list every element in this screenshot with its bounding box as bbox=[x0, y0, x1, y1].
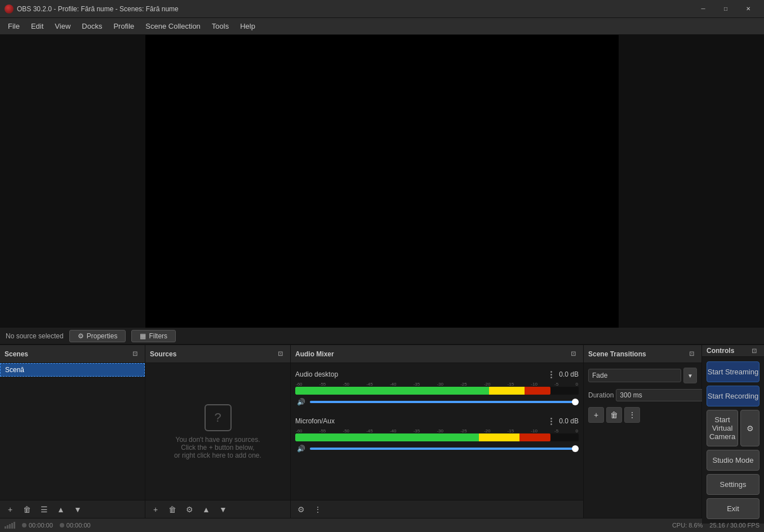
transition-menu-button[interactable]: ⋮ bbox=[624, 407, 640, 423]
cpu-usage: CPU: 8.6% bbox=[672, 522, 703, 529]
microphone-aux-scale: -60-55-50-45-40-35-30-25-20-15-10-50 bbox=[295, 428, 579, 433]
scenes-panel: Scenes ⊡ + 🗑 ☰ ▲ ▼ bbox=[0, 345, 145, 518]
window-controls: ─ □ ✕ bbox=[692, 0, 759, 18]
preview-left-strip bbox=[0, 35, 145, 328]
sources-toolbar: + 🗑 ⚙ ▲ ▼ bbox=[145, 500, 290, 518]
transition-dropdown-button[interactable]: ▼ bbox=[683, 368, 697, 383]
audio-desktop-name: Audio desktop bbox=[295, 370, 338, 378]
scenes-up-button[interactable]: ▲ bbox=[53, 502, 69, 517]
controls-content: Start Streaming Start Recording Start Vi… bbox=[702, 357, 764, 524]
rec-time-indicator: 00:00:00 bbox=[60, 522, 91, 529]
start-recording-button[interactable]: Start Recording bbox=[707, 386, 759, 406]
gear-icon: ⚙ bbox=[78, 332, 84, 340]
sources-settings-button[interactable]: ⚙ bbox=[181, 502, 197, 517]
audio-desktop-menu-button[interactable] bbox=[547, 369, 556, 380]
audio-desktop-volume-slider[interactable] bbox=[310, 401, 579, 403]
microphone-aux-menu-button[interactable] bbox=[547, 415, 556, 427]
scene-transitions-expand-button[interactable]: ⊡ bbox=[686, 348, 697, 360]
microphone-aux-db: 0.0 dB bbox=[559, 417, 579, 425]
audio-mixer-settings-button[interactable]: ⚙ bbox=[293, 502, 309, 517]
scenes-list bbox=[0, 363, 145, 500]
transition-select-row: Fade ▼ bbox=[588, 368, 697, 383]
properties-button[interactable]: ⚙ Properties bbox=[69, 330, 126, 342]
scene-item[interactable] bbox=[0, 363, 145, 377]
sources-remove-button[interactable]: 🗑 bbox=[165, 502, 180, 517]
sources-add-button[interactable]: + bbox=[148, 502, 163, 517]
microphone-aux-mute-button[interactable]: 🔊 bbox=[295, 443, 307, 454]
scenes-filter-button[interactable]: ☰ bbox=[36, 502, 52, 517]
app-icon bbox=[5, 5, 14, 14]
scenes-remove-button[interactable]: 🗑 bbox=[19, 502, 35, 517]
scene-transitions-panel: Scene Transitions ⊡ Fade ▼ Duration ▲ ▼ bbox=[584, 345, 702, 518]
start-streaming-button[interactable]: Start Streaming bbox=[707, 361, 759, 382]
virtual-camera-gear-icon: ⚙ bbox=[747, 424, 754, 433]
menu-profile[interactable]: Profile bbox=[108, 20, 140, 33]
filter-icon: ▦ bbox=[140, 332, 146, 340]
audio-desktop-channel: Audio desktop 0.0 dB -60-55-50-45-40-35-… bbox=[291, 366, 583, 410]
scenes-panel-title: Scenes bbox=[5, 350, 129, 358]
audio-desktop-scale: -60-55-50-45-40-35-30-25-20-15-10-50 bbox=[295, 382, 579, 387]
transition-remove-button[interactable]: 🗑 bbox=[606, 407, 622, 423]
menu-bar: File Edit View Docks Profile Scene Colle… bbox=[0, 18, 764, 35]
microphone-aux-channel: Microfon/Aux 0.0 dB -60-55-50-45-40-35-3… bbox=[291, 413, 583, 457]
menu-file[interactable]: File bbox=[2, 20, 25, 33]
audio-desktop-mute-button[interactable]: 🔊 bbox=[295, 396, 307, 408]
audio-mixer-expand-button[interactable]: ⊡ bbox=[567, 348, 579, 360]
audio-mixer-toolbar: ⚙ ⋮ bbox=[291, 500, 583, 518]
sources-down-button[interactable]: ▼ bbox=[215, 502, 231, 517]
sources-panel: Sources ⊡ ? You don't have any sources. … bbox=[145, 345, 291, 518]
fps-display: 25.16 / 30.00 FPS bbox=[709, 522, 759, 529]
controls-expand-button[interactable]: ⊡ bbox=[748, 345, 759, 356]
menu-docks[interactable]: Docks bbox=[76, 20, 108, 33]
menu-scene-collection[interactable]: Scene Collection bbox=[140, 20, 206, 33]
transition-add-button[interactable]: + bbox=[588, 407, 604, 423]
no-source-label: No source selected bbox=[6, 332, 64, 340]
title-text: OBS 30.2.0 - Profile: Fără nume - Scenes… bbox=[17, 5, 692, 13]
sources-panel-header: Sources ⊡ bbox=[145, 345, 290, 363]
scenes-expand-button[interactable]: ⊡ bbox=[129, 348, 140, 360]
maximize-button[interactable]: □ bbox=[714, 0, 737, 18]
audio-desktop-vu-meter bbox=[295, 387, 579, 395]
virtual-camera-settings-button[interactable]: ⚙ bbox=[740, 410, 759, 446]
controls-panel-header: Controls ⊡ bbox=[702, 345, 764, 357]
sources-empty-area[interactable]: ? You don't have any sources. Click the … bbox=[145, 363, 290, 500]
duration-input[interactable] bbox=[616, 389, 708, 401]
sources-up-button[interactable]: ▲ bbox=[198, 502, 214, 517]
menu-edit[interactable]: Edit bbox=[25, 20, 49, 33]
controls-panel-title: Controls bbox=[707, 347, 748, 355]
sources-expand-button[interactable]: ⊡ bbox=[274, 348, 286, 360]
studio-mode-button[interactable]: Studio Mode bbox=[707, 450, 759, 471]
scenes-down-button[interactable]: ▼ bbox=[70, 502, 86, 517]
signal-bars-icon bbox=[5, 522, 15, 529]
exit-button[interactable]: Exit bbox=[707, 498, 759, 519]
stream-time-indicator: 00:00:00 bbox=[22, 522, 53, 529]
microphone-aux-header: Microfon/Aux 0.0 dB bbox=[295, 415, 579, 427]
no-sources-text: You don't have any sources. Click the + … bbox=[174, 436, 261, 459]
scene-name-input[interactable] bbox=[5, 366, 140, 374]
status-bar: 00:00:00 00:00:00 CPU: 8.6% 25.16 / 30.0… bbox=[0, 518, 764, 532]
audio-mixer-panel-title: Audio Mixer bbox=[295, 350, 567, 358]
minimize-button[interactable]: ─ bbox=[692, 0, 714, 18]
sources-info-bar: No source selected ⚙ Properties ▦ Filter… bbox=[0, 328, 764, 345]
menu-tools[interactable]: Tools bbox=[206, 20, 234, 33]
stream-status-dot bbox=[22, 523, 26, 527]
transition-type-select[interactable]: Fade bbox=[588, 369, 681, 382]
microphone-aux-volume-slider[interactable] bbox=[310, 448, 579, 450]
filters-button[interactable]: ▦ Filters bbox=[131, 330, 176, 342]
audio-desktop-db: 0.0 dB bbox=[559, 370, 579, 378]
audio-mixer-menu-button[interactable]: ⋮ bbox=[310, 502, 326, 517]
duration-label: Duration bbox=[588, 391, 614, 399]
preview-area bbox=[145, 35, 619, 328]
scenes-add-button[interactable]: + bbox=[2, 502, 18, 517]
transition-actions: + 🗑 ⋮ bbox=[588, 407, 697, 423]
menu-help[interactable]: Help bbox=[234, 20, 261, 33]
audio-desktop-header: Audio desktop 0.0 dB bbox=[295, 369, 579, 380]
settings-button[interactable]: Settings bbox=[707, 474, 759, 495]
duration-row: Duration ▲ ▼ bbox=[588, 388, 697, 403]
menu-view[interactable]: View bbox=[49, 20, 76, 33]
rec-time: 00:00:00 bbox=[66, 522, 91, 529]
title-bar: OBS 30.2.0 - Profile: Fără nume - Scenes… bbox=[0, 0, 764, 18]
close-button[interactable]: ✕ bbox=[737, 0, 759, 18]
start-virtual-camera-button[interactable]: Start Virtual Camera bbox=[707, 410, 738, 446]
microphone-aux-volume-row: 🔊 bbox=[295, 443, 579, 454]
